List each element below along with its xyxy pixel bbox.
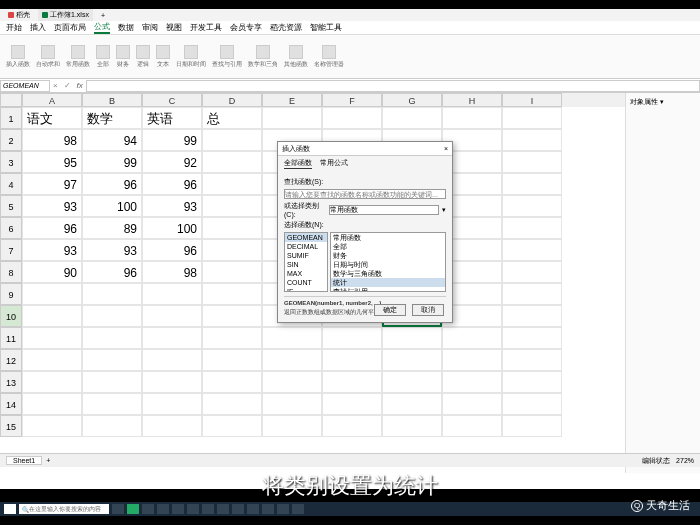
cell[interactable]: [442, 327, 502, 349]
ribbon-tab-6[interactable]: 视图: [166, 22, 182, 33]
app-icon[interactable]: [292, 504, 304, 514]
cell[interactable]: 99: [142, 129, 202, 151]
function-item[interactable]: SIN: [285, 260, 327, 269]
cell[interactable]: 92: [142, 151, 202, 173]
accept-icon[interactable]: ✓: [61, 81, 74, 90]
cell[interactable]: [82, 349, 142, 371]
ribbon-tab-0[interactable]: 开始: [6, 22, 22, 33]
category-item[interactable]: 统计: [331, 278, 445, 287]
row-header[interactable]: 15: [0, 415, 22, 437]
name-box[interactable]: GEOMEAN: [0, 80, 50, 92]
column-header[interactable]: B: [82, 93, 142, 107]
row-header[interactable]: 6: [0, 217, 22, 239]
cell[interactable]: [502, 239, 562, 261]
cell[interactable]: [202, 129, 262, 151]
ribbon-tab-8[interactable]: 会员专享: [230, 22, 262, 33]
cell[interactable]: 96: [82, 261, 142, 283]
cell[interactable]: 93: [142, 195, 202, 217]
function-listbox[interactable]: GEOMEANDECIMALSUMIFSINMAXCOUNTIFAVERAGE: [284, 232, 328, 292]
row-header[interactable]: 8: [0, 261, 22, 283]
cell[interactable]: 98: [22, 129, 82, 151]
app-icon[interactable]: [202, 504, 214, 514]
cell[interactable]: [502, 349, 562, 371]
app-icon[interactable]: [187, 504, 199, 514]
ribbon-all[interactable]: 全部: [96, 45, 110, 69]
cell[interactable]: [202, 261, 262, 283]
cell[interactable]: [502, 107, 562, 129]
cell[interactable]: [202, 349, 262, 371]
function-item[interactable]: MAX: [285, 269, 327, 278]
cell[interactable]: 100: [142, 217, 202, 239]
ribbon-tab-10[interactable]: 智能工具: [310, 22, 342, 33]
cell[interactable]: [502, 129, 562, 151]
column-header[interactable]: F: [322, 93, 382, 107]
column-header[interactable]: [0, 93, 22, 107]
cell[interactable]: 89: [82, 217, 142, 239]
cell[interactable]: [382, 371, 442, 393]
cell[interactable]: 总: [202, 107, 262, 129]
ribbon-tab-9[interactable]: 稻壳资源: [270, 22, 302, 33]
cell[interactable]: [442, 349, 502, 371]
ribbon-tab-1[interactable]: 插入: [30, 22, 46, 33]
row-header[interactable]: 4: [0, 173, 22, 195]
side-panel-title[interactable]: 对象属性 ▾: [630, 97, 696, 107]
ribbon-math[interactable]: 数学和三角: [248, 45, 278, 69]
cell[interactable]: 100: [82, 195, 142, 217]
ribbon-logical[interactable]: 逻辑: [136, 45, 150, 69]
sheet-tab[interactable]: Sheet1: [6, 456, 42, 465]
row-header[interactable]: 12: [0, 349, 22, 371]
category-item[interactable]: 查找与引用: [331, 287, 445, 292]
column-header[interactable]: H: [442, 93, 502, 107]
column-header[interactable]: A: [22, 93, 82, 107]
cell[interactable]: [202, 195, 262, 217]
cell[interactable]: [142, 283, 202, 305]
cell[interactable]: [502, 415, 562, 437]
column-header[interactable]: I: [502, 93, 562, 107]
cell[interactable]: [142, 371, 202, 393]
cell[interactable]: 93: [22, 195, 82, 217]
ribbon-tab-3[interactable]: 公式: [94, 21, 110, 34]
cell[interactable]: [202, 327, 262, 349]
function-item[interactable]: GEOMEAN: [285, 233, 327, 242]
fx-icon[interactable]: fx: [74, 81, 86, 90]
cell[interactable]: [502, 305, 562, 327]
function-item[interactable]: SUMIF: [285, 251, 327, 260]
category-item[interactable]: 财务: [331, 251, 445, 260]
app-icon[interactable]: [262, 504, 274, 514]
cell[interactable]: [202, 283, 262, 305]
ribbon-common[interactable]: 常用函数: [66, 45, 90, 69]
cell[interactable]: [22, 349, 82, 371]
cell[interactable]: [142, 415, 202, 437]
cell[interactable]: [82, 393, 142, 415]
cell[interactable]: [382, 107, 442, 129]
cell[interactable]: 96: [142, 173, 202, 195]
chevron-down-icon[interactable]: ▾: [442, 206, 446, 214]
dialog-tab-all[interactable]: 全部函数: [284, 158, 312, 169]
cell[interactable]: 98: [142, 261, 202, 283]
cell[interactable]: [502, 261, 562, 283]
cell[interactable]: 96: [82, 173, 142, 195]
cell[interactable]: 90: [22, 261, 82, 283]
ok-button[interactable]: 确定: [374, 304, 406, 316]
taskbar-search[interactable]: 🔍 在这里输入你要搜索的内容: [19, 504, 109, 514]
cell[interactable]: [262, 107, 322, 129]
cell[interactable]: 95: [22, 151, 82, 173]
ribbon-tab-2[interactable]: 页面布局: [54, 22, 86, 33]
row-header[interactable]: 11: [0, 327, 22, 349]
category-item[interactable]: 常用函数: [331, 233, 445, 242]
category-item[interactable]: 全部: [331, 242, 445, 251]
cell[interactable]: [502, 151, 562, 173]
category-listbox[interactable]: 常用函数全部财务日期与时间数学与三角函数统计查找与引用数据库: [330, 232, 446, 292]
start-button[interactable]: [4, 504, 16, 514]
cell[interactable]: 96: [142, 239, 202, 261]
cell[interactable]: [262, 371, 322, 393]
ribbon-datetime[interactable]: 日期和时间: [176, 45, 206, 69]
cell[interactable]: [442, 107, 502, 129]
cell[interactable]: [202, 217, 262, 239]
ribbon-names[interactable]: 名称管理器: [314, 45, 344, 69]
app-icon[interactable]: [157, 504, 169, 514]
cell[interactable]: [382, 393, 442, 415]
tab-add[interactable]: +: [97, 11, 109, 20]
search-input[interactable]: [284, 189, 446, 199]
row-header[interactable]: 5: [0, 195, 22, 217]
